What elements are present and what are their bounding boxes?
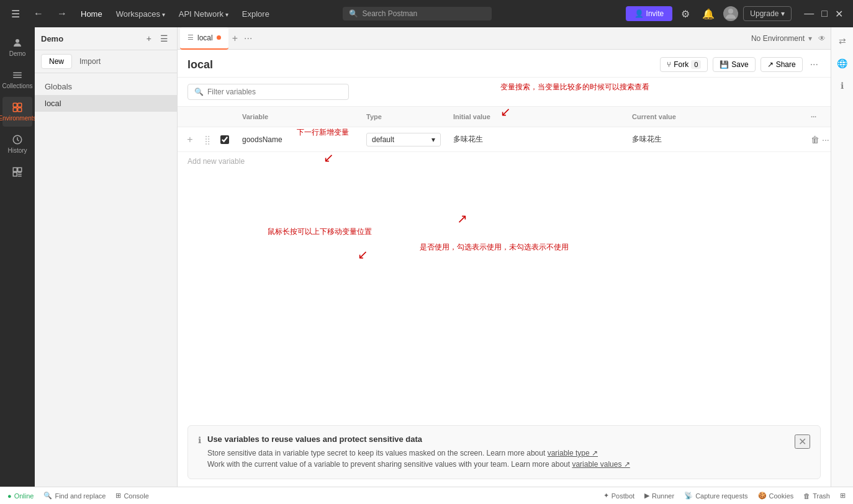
right-sidebar-env-icon[interactable]: 🌐 bbox=[834, 55, 850, 72]
minimize-button[interactable]: — bbox=[801, 8, 816, 20]
tab-env-icon: ☰ bbox=[187, 34, 194, 42]
add-tab-button[interactable]: + bbox=[230, 32, 240, 45]
add-env-button[interactable]: + bbox=[144, 32, 154, 45]
no-environment-label[interactable]: No Environment bbox=[751, 34, 805, 43]
current-value-input[interactable] bbox=[632, 135, 801, 144]
empty-space bbox=[178, 263, 831, 418]
env-header-actions: ⑂ Fork 0 💾 Save ↗ Share ··· bbox=[660, 57, 821, 72]
bell-icon[interactable]: 🔔 bbox=[698, 7, 718, 21]
env-quick-look-icon[interactable]: 👁 bbox=[816, 33, 828, 44]
svg-rect-2 bbox=[13, 103, 17, 107]
search-placeholder: Search Postman bbox=[362, 9, 417, 18]
env-item-local[interactable]: local bbox=[35, 95, 177, 112]
menu-icon[interactable]: ☰ bbox=[7, 7, 24, 21]
header-actions: ··· bbox=[806, 110, 831, 123]
env-more-button[interactable]: ··· bbox=[808, 58, 821, 71]
online-status[interactable]: ● Online bbox=[7, 492, 34, 500]
variable-name-input[interactable] bbox=[242, 135, 356, 144]
save-button[interactable]: 💾 Save bbox=[713, 57, 755, 72]
tab-local[interactable]: ☰ local bbox=[180, 27, 228, 50]
settings-icon[interactable]: ⚙ bbox=[677, 7, 693, 21]
tab-menu-button[interactable]: ··· bbox=[241, 32, 255, 45]
fork-label: Fork bbox=[674, 60, 688, 69]
search-icon: 🔍 bbox=[349, 9, 358, 18]
nav-home[interactable]: Home bbox=[77, 8, 106, 20]
filter-env-button[interactable]: ☰ bbox=[158, 32, 171, 45]
svg-rect-3 bbox=[18, 103, 22, 107]
workspace-name: Demo bbox=[41, 34, 140, 43]
capture-label: Capture requests bbox=[695, 492, 747, 500]
trash-item[interactable]: 🗑 Trash bbox=[803, 492, 830, 500]
delete-variable-button[interactable]: 🗑 bbox=[811, 135, 819, 145]
row-enabled-checkbox[interactable] bbox=[220, 135, 229, 144]
row-variable-cell bbox=[237, 132, 361, 148]
cookies-item[interactable]: 🍪 Cookies bbox=[758, 492, 794, 500]
type-dropdown[interactable]: default ▾ bbox=[366, 133, 441, 146]
header-current: Current value bbox=[627, 110, 806, 123]
maximize-button[interactable]: □ bbox=[819, 8, 830, 20]
upgrade-button[interactable]: Upgrade ▾ bbox=[743, 6, 792, 21]
avatar[interactable] bbox=[723, 6, 738, 21]
table-header: Variable Type Initial value Current valu… bbox=[178, 107, 831, 127]
info-banner-close-button[interactable]: ✕ bbox=[795, 434, 810, 449]
invite-button[interactable]: 👤 Invite bbox=[626, 6, 673, 21]
info-banner-line1: Store sensitive data in variable type se… bbox=[207, 448, 788, 459]
info-banner-content: Use variables to reuse values and protec… bbox=[207, 434, 788, 470]
env-title: local bbox=[187, 58, 660, 71]
postbot-item[interactable]: ✦ Postbot bbox=[603, 492, 634, 500]
row-drag-handle[interactable]: ⣿ bbox=[202, 131, 212, 148]
initial-value-input[interactable] bbox=[453, 135, 622, 144]
sidebar-item-environments[interactable]: Environments bbox=[2, 97, 32, 127]
capture-item[interactable]: 📡 Capture requests bbox=[684, 492, 747, 500]
nav-explore[interactable]: Explore bbox=[238, 8, 273, 20]
save-label: Save bbox=[731, 60, 748, 69]
save-icon: 💾 bbox=[720, 60, 729, 69]
main-content: ☰ local + ··· No Environment ▾ 👁 local bbox=[178, 27, 831, 487]
row-add-cell[interactable]: + bbox=[178, 130, 202, 149]
back-icon[interactable]: ← bbox=[30, 7, 47, 20]
left-panel: Demo + ☰ New Import Globals local bbox=[35, 27, 178, 487]
right-sidebar-sync-icon[interactable]: ⇄ bbox=[836, 32, 849, 50]
new-button[interactable]: New bbox=[41, 54, 72, 69]
share-label: Share bbox=[776, 60, 796, 69]
runner-item[interactable]: ▶ Runner bbox=[644, 492, 674, 500]
svg-rect-8 bbox=[18, 168, 22, 171]
sidebar-item-collections[interactable]: Collections bbox=[2, 65, 32, 94]
nav-api-network[interactable]: API Network bbox=[175, 8, 232, 20]
add-variable-row[interactable]: Add new variable bbox=[178, 152, 831, 171]
find-replace-item[interactable]: 🔍 Find and replace bbox=[43, 492, 106, 500]
row-more-button[interactable]: ··· bbox=[822, 135, 829, 145]
right-sidebar-info-icon[interactable]: ℹ bbox=[838, 77, 846, 94]
nav-workspaces[interactable]: Workspaces bbox=[112, 8, 169, 20]
close-button[interactable]: ✕ bbox=[833, 8, 846, 20]
header-check bbox=[212, 114, 237, 119]
env-dropdown-arrow[interactable]: ▾ bbox=[808, 34, 812, 43]
share-button[interactable]: ↗ Share bbox=[760, 57, 803, 72]
history-label: History bbox=[7, 147, 27, 154]
header-variable: Variable bbox=[237, 110, 361, 123]
grid-item[interactable]: ⊞ bbox=[840, 492, 846, 500]
svg-point-1 bbox=[16, 39, 19, 43]
env-content: local ⑂ Fork 0 💾 Save ↗ S bbox=[178, 50, 831, 487]
sidebar-item-more[interactable] bbox=[2, 161, 32, 182]
env-item-globals[interactable]: Globals bbox=[35, 78, 177, 95]
forward-icon[interactable]: → bbox=[53, 7, 71, 20]
info-banner-line2: Work with the current value of a variabl… bbox=[207, 459, 788, 470]
svg-rect-4 bbox=[13, 108, 17, 112]
fork-button[interactable]: ⑂ Fork 0 bbox=[660, 57, 708, 72]
type-value: default bbox=[372, 135, 394, 144]
find-replace-label: Find and replace bbox=[55, 492, 106, 500]
console-label: Console bbox=[124, 492, 148, 500]
filter-variables-input[interactable] bbox=[207, 88, 342, 96]
invite-label: Invite bbox=[646, 9, 664, 18]
import-button[interactable]: Import bbox=[74, 54, 106, 69]
variable-values-link[interactable]: variable values ↗ bbox=[572, 460, 630, 469]
svg-point-0 bbox=[728, 9, 733, 14]
sidebar-item-history[interactable]: History bbox=[2, 129, 32, 159]
variable-type-link[interactable]: variable type ↗ bbox=[548, 449, 598, 457]
svg-rect-9 bbox=[13, 173, 17, 176]
console-item[interactable]: ⊞ Console bbox=[115, 492, 148, 500]
sidebar-icon-user[interactable]: Demo bbox=[2, 32, 32, 62]
header-type: Type bbox=[361, 110, 448, 123]
search-bar[interactable]: 🔍 Search Postman bbox=[343, 7, 492, 20]
